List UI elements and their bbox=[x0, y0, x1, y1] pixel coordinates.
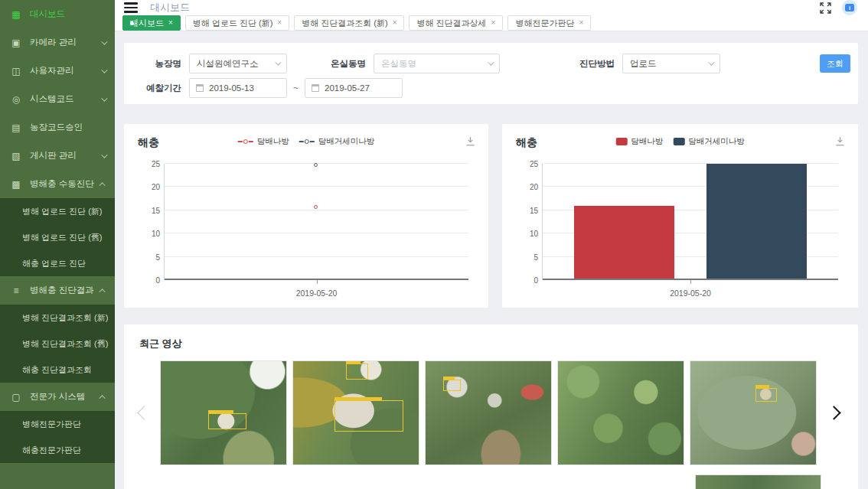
filter-row-2: 예찰기간 2019-05-13 ~ 2019-05-27 bbox=[139, 78, 850, 98]
y-tick-label: 5 bbox=[132, 253, 160, 262]
app-root: ▦대시보드▣카메라 관리◫사용자관리◎시스템코드▤농장코드승인▧게시판 관리▩병… bbox=[0, 0, 868, 489]
sidebar-item-pest-result[interactable]: 해충 진단결과조회 bbox=[0, 357, 115, 383]
sidebar-item-label: 사용자관리 bbox=[30, 65, 101, 77]
download-icon[interactable] bbox=[835, 135, 845, 149]
legend-line-marker bbox=[238, 139, 253, 144]
chart-legend: 담배나방담배거세미나방 bbox=[238, 136, 375, 147]
sidebar-item-camera-mgmt[interactable]: ▣카메라 관리 bbox=[0, 28, 115, 57]
system-code-icon: ◎ bbox=[10, 94, 22, 105]
farm-select[interactable]: 시설원예연구소 bbox=[189, 54, 287, 73]
sidebar-item-diagnosis-results[interactable]: ≡병해충 진단결과 bbox=[0, 276, 115, 305]
tab-bar: 대시보드×병해 업로드 진단 (新)×병해 진단결과조회 (新)×병해 진단결과… bbox=[115, 15, 868, 31]
tab-close-icon[interactable]: × bbox=[491, 19, 496, 27]
tab-dashboard[interactable]: 대시보드× bbox=[122, 15, 181, 31]
manual-diagnosis-icon: ▩ bbox=[10, 179, 22, 190]
chat-help-icon[interactable] bbox=[842, 0, 857, 15]
greenhouse-select-placeholder: 온실동명 bbox=[381, 58, 488, 70]
calendar-icon bbox=[312, 84, 319, 92]
tab-disease-result-new[interactable]: 병해 진단결과조회 (新)× bbox=[294, 15, 404, 31]
y-tick-label: 0 bbox=[132, 276, 160, 285]
chart-plot: 05101520252019-05-20 bbox=[542, 164, 838, 280]
sidebar-item-disease-upload-old[interactable]: 병해 업로드 진단 (舊) bbox=[0, 224, 115, 250]
gridline bbox=[165, 210, 468, 210]
tab-label: 병해 진단결과조회 (新) bbox=[302, 18, 387, 29]
legend-item: 담배나방 bbox=[238, 136, 289, 147]
tab-diagnosis-detail[interactable]: 병해 진단결과상세× bbox=[409, 15, 503, 31]
charts-row: 해충담배나방담배거세미나방05101520252019-05-20 해충담배나방… bbox=[124, 124, 858, 308]
farm-code-icon: ▤ bbox=[10, 122, 22, 133]
board-icon: ▧ bbox=[10, 151, 22, 161]
chevron-down-icon bbox=[101, 67, 107, 73]
sidebar-item-label: 시스템코드 bbox=[30, 93, 101, 105]
y-tick-label: 25 bbox=[511, 160, 538, 168]
sidebar-item-disease-upload-new[interactable]: 병해 업로드 진단 (新) bbox=[0, 198, 115, 224]
page-title: 대시보드 bbox=[150, 1, 190, 15]
greenhouse-select[interactable]: 온실동명 bbox=[374, 54, 500, 73]
tab-disease-upload-new[interactable]: 병해 업로드 진단 (新)× bbox=[185, 15, 289, 31]
tab-label: 대시보드 bbox=[130, 18, 164, 29]
x-tick-label: 2019-05-20 bbox=[296, 289, 338, 298]
tab-close-icon[interactable]: × bbox=[277, 19, 282, 27]
sidebar-item-pest-expert[interactable]: 해충전문가판단 bbox=[0, 437, 115, 463]
sidebar-item-dashboard[interactable]: ▦대시보드 bbox=[0, 0, 115, 28]
method-select[interactable]: 업로드 bbox=[622, 54, 720, 73]
date-from-input[interactable]: 2019-05-13 bbox=[189, 78, 287, 98]
sidebar-item-disease-expert[interactable]: 병해전문가판단 bbox=[0, 411, 115, 437]
pest-bar-chart-card: 해충담배나방담배거세미나방05101520252019-05-20 bbox=[502, 124, 858, 308]
chevron-down-icon bbox=[708, 59, 714, 65]
image-carousel bbox=[124, 360, 858, 465]
x-tick-label: 2019-05-20 bbox=[670, 289, 711, 298]
topbar-right bbox=[820, 0, 857, 15]
tab-close-icon[interactable]: × bbox=[579, 19, 583, 27]
sidebar-item-pest-upload[interactable]: 해충 업로드 진단 bbox=[0, 250, 115, 276]
chevron-down-icon bbox=[275, 59, 281, 65]
camera-icon: ▣ bbox=[10, 37, 22, 48]
legend-item: 담배거세미나방 bbox=[299, 136, 375, 147]
tab-disease-expert[interactable]: 병해전문가판단× bbox=[507, 15, 591, 31]
download-icon[interactable] bbox=[465, 135, 475, 149]
sidebar-item-board-mgmt[interactable]: ▧게시판 관리 bbox=[0, 142, 115, 170]
fullscreen-icon[interactable] bbox=[820, 2, 831, 14]
recent-title: 최근 영상 bbox=[124, 337, 858, 350]
sidebar-item-label: 대시보드 bbox=[30, 8, 106, 20]
carousel-prev-icon[interactable] bbox=[137, 406, 151, 419]
leaf-photo-6-partial[interactable] bbox=[695, 474, 821, 489]
leaf-photo-2[interactable] bbox=[292, 360, 419, 465]
y-tick-label: 10 bbox=[132, 230, 160, 238]
chart-title: 해충 bbox=[516, 136, 537, 148]
annotation-box bbox=[443, 380, 461, 391]
tab-close-icon[interactable]: × bbox=[168, 19, 173, 27]
annotation-box bbox=[208, 413, 246, 430]
legend-line-marker bbox=[299, 139, 315, 144]
carousel-next-icon[interactable] bbox=[827, 406, 840, 419]
y-tick-label: 15 bbox=[132, 207, 160, 215]
top-bar: 대시보드 bbox=[115, 0, 868, 15]
leaf-photo-5[interactable] bbox=[690, 360, 817, 465]
carousel-thumbs bbox=[160, 360, 817, 465]
sidebar-item-user-mgmt[interactable]: ◫사용자관리 bbox=[0, 57, 115, 85]
chevron-down-icon bbox=[101, 38, 107, 44]
y-tick-label: 0 bbox=[511, 276, 538, 285]
annotation-box bbox=[755, 388, 777, 402]
legend-item: 담배거세미나방 bbox=[673, 136, 745, 147]
farm-select-value: 시설원예연구소 bbox=[197, 58, 275, 70]
search-button[interactable]: 조회 bbox=[820, 54, 850, 73]
menu-icon[interactable] bbox=[124, 2, 138, 12]
users-icon: ◫ bbox=[10, 66, 22, 77]
sidebar-item-system-code[interactable]: ◎시스템코드 bbox=[0, 85, 115, 113]
sidebar-item-farm-code-approval[interactable]: ▤농장코드승인 bbox=[0, 113, 115, 142]
annotation-box bbox=[346, 363, 369, 380]
leaf-photo-3[interactable] bbox=[425, 360, 552, 465]
tab-label: 병해 업로드 진단 (新) bbox=[193, 18, 273, 29]
sidebar-item-disease-result-new[interactable]: 병해 진단결과조회 (新) bbox=[0, 305, 115, 331]
sidebar-item-label: 병해충 진단결과 bbox=[30, 285, 101, 296]
sidebar-item-manual-diagnosis[interactable]: ▩병해충 수동진단 bbox=[0, 170, 115, 198]
tab-label: 병해 진단결과상세 bbox=[416, 18, 486, 29]
legend-swatch bbox=[673, 138, 684, 145]
date-to-input[interactable]: 2019-05-27 bbox=[305, 78, 403, 98]
plant-photo-4[interactable] bbox=[557, 360, 684, 465]
leaf-photo-1[interactable] bbox=[160, 360, 287, 465]
tab-close-icon[interactable]: × bbox=[393, 19, 397, 27]
sidebar-item-disease-result-old[interactable]: 병해 진단결과조회 (舊) bbox=[0, 331, 115, 357]
sidebar-item-expert-system[interactable]: ▢전문가 시스템 bbox=[0, 383, 115, 411]
